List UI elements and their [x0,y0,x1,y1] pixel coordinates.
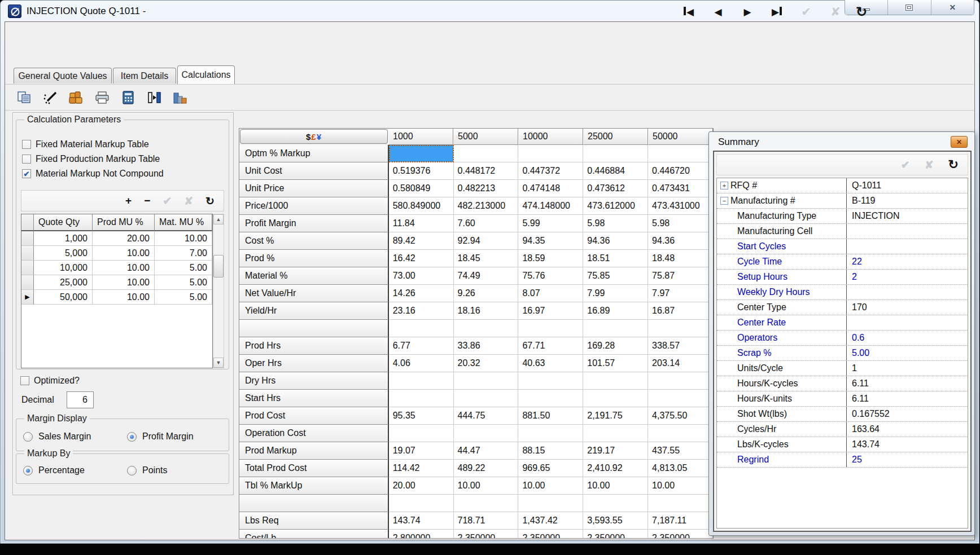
summary-field-value[interactable]: 5.00 [847,346,968,360]
value-cell[interactable]: 0.580849 [389,180,454,197]
value-cell[interactable]: 18.51 [583,250,648,267]
value-cell[interactable]: 18.59 [518,250,583,267]
row-label[interactable]: Operation Cost [239,425,389,442]
row-label[interactable]: Prod Markup [239,442,389,460]
value-cell[interactable]: 0.447372 [518,162,583,180]
value-cell[interactable] [389,372,454,390]
value-cell[interactable]: 2,191.75 [583,407,648,425]
copy-icon[interactable] [16,90,33,105]
prod-mu-cell[interactable]: 10.00 [93,275,155,290]
value-cell[interactable] [518,372,583,390]
row-label[interactable]: Total Prod Cost [239,460,389,477]
value-cell[interactable]: 7.60 [454,215,519,232]
value-cell[interactable]: 3,593.55 [583,512,648,530]
value-cell[interactable]: 0.446884 [583,162,648,180]
selected-cell[interactable] [389,145,454,162]
value-cell[interactable] [518,390,583,407]
value-cell[interactable]: 74.49 [454,267,519,285]
value-cell[interactable]: 95.35 [389,407,454,425]
value-cell[interactable]: 143.74 [389,512,454,530]
expand-icon[interactable]: + [720,182,728,190]
summary-row[interactable]: Hours/K-cycles6.11 [717,376,968,391]
row-label[interactable]: Lbs Req [239,512,389,530]
value-cell[interactable]: 18.48 [648,250,713,267]
value-cell[interactable]: 20.32 [454,355,519,372]
summary-row[interactable]: Lbs/K-cycles143.74 [717,437,968,452]
row-label[interactable]: Tbl % MarkUp [239,477,389,495]
summary-row[interactable]: Cycles/Hr163.64 [717,422,968,437]
currency-button[interactable]: $ £ ¥ [240,129,388,144]
row-label[interactable]: Net Value/Hr [239,285,389,302]
apply-button[interactable]: ✔ [795,3,817,20]
value-cell[interactable]: 0.448172 [454,162,519,180]
value-cell[interactable] [648,495,713,512]
value-cell[interactable]: 2.350000 [648,530,713,539]
row-label[interactable]: Cost % [239,232,389,250]
value-cell[interactable]: 18.45 [454,250,519,267]
row-label[interactable]: Unit Cost [239,162,389,180]
value-cell[interactable]: 169.28 [583,337,648,355]
value-cell[interactable]: 718.71 [454,512,519,530]
value-cell[interactable] [648,425,713,442]
value-cell[interactable]: 23.16 [389,302,454,320]
summary-field-value[interactable] [847,224,968,239]
value-cell[interactable]: 203.14 [648,355,713,372]
value-cell[interactable]: 73.00 [389,267,454,285]
summary-row[interactable]: Hours/K-units6.11 [717,391,968,407]
prod-mu-cell[interactable]: 20.00 [93,231,155,246]
value-cell[interactable]: 10.00 [583,477,648,495]
value-cell[interactable] [454,320,519,337]
tab-general-quote-values[interactable]: General Quote Values [14,68,112,83]
quantity-column-header[interactable]: 25000 [583,129,648,145]
value-cell[interactable]: 101.57 [583,355,648,372]
row-label[interactable]: Yield/Hr [239,302,389,320]
row-label[interactable] [239,320,389,337]
value-cell[interactable]: 92.94 [454,232,519,250]
summary-row[interactable]: Scrap %5.00 [717,346,968,361]
decimal-input[interactable]: 6 [67,391,94,408]
value-cell[interactable] [583,495,648,512]
value-cell[interactable]: 75.87 [648,267,713,285]
row-selector[interactable] [21,246,34,261]
row-label[interactable]: Unit Price [239,180,389,197]
summary-row[interactable]: Weekly Dry Hours [717,285,968,300]
refresh-button[interactable]: ↻ [850,3,873,20]
mat-mu-cell[interactable]: 5.00 [155,290,212,305]
value-cell[interactable]: 969.65 [518,460,583,477]
summary-row[interactable]: Start Cycles [717,239,968,254]
value-cell[interactable]: 88.15 [518,442,583,460]
row-selector[interactable]: ▶ [21,290,34,305]
value-cell[interactable]: 94.35 [518,232,583,250]
summary-row[interactable]: Regrind25 [717,452,968,468]
summary-row[interactable]: Setup Hours2 [717,270,968,285]
value-cell[interactable]: 18.16 [454,302,519,320]
summary-field-value[interactable]: 0.167552 [847,407,968,421]
value-cell[interactable]: 0.473612 [583,180,648,197]
value-cell[interactable]: 444.75 [454,407,519,425]
row-label[interactable]: Profit Margin [239,215,389,232]
value-cell[interactable]: 2.350000 [583,530,648,539]
delete-row-button[interactable]: − [144,195,150,207]
value-cell[interactable]: 10.00 [454,477,519,495]
summary-field-value[interactable]: INJECTION [847,209,968,223]
print-icon[interactable] [94,90,111,105]
mat-mu-cell[interactable]: 5.00 [155,275,212,290]
summary-field-value[interactable]: 6.11 [847,391,968,406]
quote-qty-cell[interactable]: 25,000 [34,275,93,290]
value-cell[interactable]: 16.97 [518,302,583,320]
prod-mu-cell[interactable]: 10.00 [93,261,155,275]
value-cell[interactable] [583,320,648,337]
value-cell[interactable]: 6.77 [389,337,454,355]
value-cell[interactable]: 10.00 [518,477,583,495]
value-cell[interactable]: 16.89 [583,302,648,320]
value-cell[interactable]: 16.42 [389,250,454,267]
summary-row[interactable]: +RFQ #Q-1011 [717,178,968,193]
percentage-radio[interactable] [23,466,33,475]
value-cell[interactable] [518,495,583,512]
row-label[interactable]: Dry Hrs [239,372,389,390]
summary-field-value[interactable]: 22 [847,254,968,269]
quote-qty-cell[interactable]: 10,000 [34,261,93,275]
profit-margin-radio[interactable] [127,432,137,442]
value-cell[interactable]: 44.47 [454,442,519,460]
value-cell[interactable]: 437.55 [648,442,713,460]
